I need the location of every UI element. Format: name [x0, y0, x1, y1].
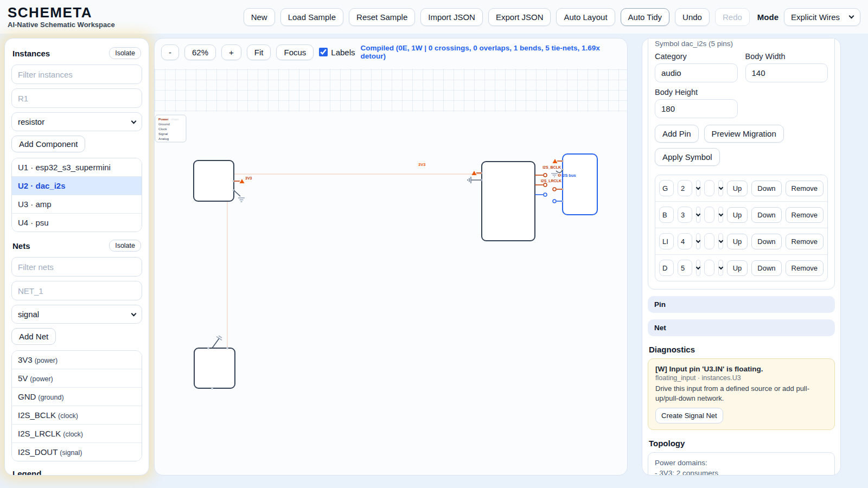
pin-offset-input[interactable]	[704, 233, 714, 249]
pin-name-input[interactable]	[659, 233, 674, 249]
preview-migration-button[interactable]: Preview Migration	[704, 125, 784, 143]
pin-side-select[interactable]	[696, 180, 700, 196]
pin-name-input[interactable]	[659, 260, 674, 276]
instance-item-u4[interactable]: U4 · psu	[12, 213, 142, 232]
nets-filter-input[interactable]	[11, 257, 142, 277]
component-u4[interactable]	[194, 335, 235, 389]
apply-symbol-button[interactable]: Apply Symbol	[655, 148, 720, 166]
net-item-i2s-dout[interactable]: I2S_DOUT(signal)	[12, 442, 142, 461]
pin-type-select[interactable]	[718, 180, 723, 196]
pin-port[interactable]	[553, 200, 556, 203]
pin-down-button[interactable]: Down	[751, 181, 781, 196]
pin-remove-button[interactable]: Remove	[786, 207, 824, 223]
new-button[interactable]: New	[244, 8, 275, 26]
net-item-i2s-bclk[interactable]: I2S_BCLK(clock)	[12, 406, 142, 424]
pin-down-button[interactable]: Down	[751, 260, 781, 276]
instances-isolate-button[interactable]: Isolate	[109, 47, 141, 59]
pin-port[interactable]	[544, 174, 547, 177]
net-item-gnd[interactable]: GND(ground)	[12, 387, 142, 406]
topology-title: Topology	[649, 439, 834, 448]
undo-button[interactable]: Undo	[675, 8, 710, 26]
auto-tidy-button[interactable]: Auto Tidy	[621, 8, 670, 26]
component-u3[interactable]	[468, 162, 547, 241]
pin-number-input[interactable]	[678, 260, 692, 276]
pin-type-select[interactable]	[718, 260, 723, 276]
instance-item-u2[interactable]: U2 · dac_i2s	[12, 176, 142, 195]
ground-icon	[238, 198, 245, 202]
net-item-3v3[interactable]: 3V3(power)	[12, 351, 142, 369]
load-sample-button[interactable]: Load Sample	[280, 8, 343, 26]
pin-port[interactable]	[553, 188, 556, 191]
instance-ref-input[interactable]	[11, 88, 142, 108]
add-component-button[interactable]: Add Component	[11, 136, 85, 152]
pin-up-button[interactable]: Up	[727, 181, 748, 196]
pin-port[interactable]	[544, 183, 547, 187]
pin-port[interactable]	[544, 193, 547, 196]
pin-name-input[interactable]	[659, 207, 674, 223]
net-type-value: signal	[18, 310, 39, 319]
pin-side-select[interactable]	[696, 207, 700, 223]
instances-title: Instances	[12, 49, 50, 58]
app-header: SCHEMETA AI-Native Schematic Workspace N…	[0, 0, 868, 34]
net-type-select[interactable]: signal	[11, 305, 142, 324]
pin-number-input[interactable]	[678, 207, 692, 223]
pin-remove-button[interactable]: Remove	[786, 181, 824, 196]
auto-layout-button[interactable]: Auto Layout	[556, 8, 615, 26]
category-input[interactable]	[655, 63, 738, 82]
pin-port[interactable]	[558, 174, 560, 176]
pin-up-button[interactable]: Up	[727, 234, 748, 249]
zoom-in-button[interactable]: +	[221, 44, 241, 60]
pin-section-header[interactable]: Pin	[648, 296, 835, 313]
net-item-5v[interactable]: 5V(power)	[12, 369, 142, 387]
add-pin-button[interactable]: Add Pin	[655, 125, 699, 143]
pin-name-input[interactable]	[659, 180, 674, 196]
pin-side-select[interactable]	[696, 233, 700, 249]
fit-button[interactable]: Fit	[247, 44, 271, 60]
mode-select[interactable]: Explicit Wires	[784, 8, 860, 26]
body-height-input[interactable]	[655, 99, 738, 118]
pin-side-select[interactable]	[696, 260, 700, 276]
pin-type-select[interactable]	[718, 207, 723, 223]
pin-offset-input[interactable]	[704, 180, 714, 196]
pin-up-button[interactable]: Up	[727, 207, 748, 223]
nets-isolate-button[interactable]: Isolate	[109, 240, 141, 252]
pin-down-button[interactable]: Down	[751, 207, 781, 223]
net-section-header[interactable]: Net	[648, 319, 835, 336]
instance-item-u3[interactable]: U3 · amp	[12, 195, 142, 213]
pin-offset-input[interactable]	[704, 260, 714, 276]
net-item-i2s-lrclk[interactable]: I2S_LRCLK(clock)	[12, 424, 142, 442]
pin-type-select[interactable]	[718, 233, 723, 249]
schematic-canvas[interactable]: 3V3 Power chain Ground Clock Signal Anal…	[155, 38, 628, 476]
component-u1[interactable]: 3V3	[194, 160, 252, 202]
export-json-button[interactable]: Export JSON	[488, 8, 551, 26]
net-name-input[interactable]	[11, 281, 142, 300]
body-width-input[interactable]	[745, 63, 828, 82]
chevron-down-icon	[131, 118, 137, 124]
zoom-level-button[interactable]: 62%	[184, 44, 216, 60]
pin-remove-button[interactable]: Remove	[786, 234, 824, 249]
pin-number-input[interactable]	[678, 180, 692, 196]
zoom-out-button[interactable]: -	[161, 44, 179, 60]
pin-down-button[interactable]: Down	[751, 234, 781, 249]
legend-analog: Analog	[158, 137, 169, 140]
component-u2-selected[interactable]: I2S_BCLK I2S bus I2S_LRCLK	[541, 154, 597, 215]
labels-checkbox[interactable]	[319, 48, 328, 56]
net-name: 3V3	[18, 355, 33, 364]
wire-label-3v3[interactable]: 3V3	[418, 162, 425, 167]
focus-button[interactable]: Focus	[276, 44, 314, 60]
reset-sample-button[interactable]: Reset Sample	[349, 8, 415, 26]
instance-type-select[interactable]: resistor	[11, 112, 142, 131]
net-kind: (signal)	[60, 449, 82, 457]
net-name: 5V	[18, 374, 28, 383]
instances-filter-input[interactable]	[11, 65, 142, 84]
import-json-button[interactable]: Import JSON	[420, 8, 483, 26]
pin-remove-button[interactable]: Remove	[786, 260, 824, 276]
pin-number-input[interactable]	[678, 233, 692, 249]
pin-offset-input[interactable]	[704, 207, 714, 223]
chevron-down-icon	[718, 239, 723, 243]
instance-item-u1[interactable]: U1 · esp32_s3_supermini	[12, 158, 142, 176]
warning-description: Drive this input from a defined source o…	[655, 384, 827, 403]
add-net-button[interactable]: Add Net	[11, 328, 56, 345]
create-signal-net-button[interactable]: Create Signal Net	[655, 408, 723, 423]
pin-up-button[interactable]: Up	[727, 260, 748, 276]
